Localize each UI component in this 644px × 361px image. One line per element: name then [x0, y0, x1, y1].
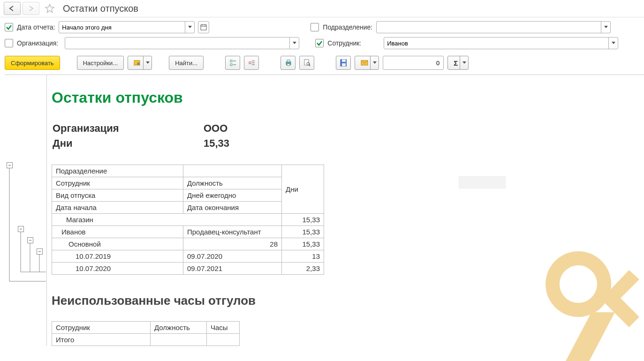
- employee-dropdown[interactable]: [608, 38, 618, 49]
- r1-days: 13: [282, 250, 324, 263]
- r2-end: 09.07.2021: [183, 263, 282, 275]
- chevron-down-icon: [462, 61, 466, 64]
- hdr-emp: Сотрудник: [52, 177, 183, 189]
- employee-combo[interactable]: [384, 37, 618, 49]
- sum-button[interactable]: Σ: [447, 56, 469, 70]
- chevron-down-icon: [612, 42, 615, 45]
- r1-start: 10.07.2019: [52, 250, 183, 263]
- svg-rect-10: [249, 62, 251, 64]
- print-button[interactable]: [280, 56, 295, 70]
- l3-days: 15,33: [282, 238, 324, 250]
- variants-dropdown[interactable]: [143, 56, 152, 69]
- organization-input[interactable]: [65, 40, 289, 47]
- report-date-checkbox[interactable]: [5, 23, 13, 31]
- summary-org-value: ООО: [204, 121, 229, 135]
- l1-days: 15,33: [282, 214, 324, 226]
- t2-total: Итого: [52, 334, 151, 346]
- settings-button[interactable]: Настройки...: [77, 56, 124, 70]
- report-title: Остатки отпусков: [52, 89, 644, 106]
- collapse-tree-icon: [248, 59, 255, 67]
- favorite-button[interactable]: [43, 2, 56, 15]
- organization-checkbox[interactable]: [5, 39, 13, 47]
- l3-yearly: 28: [183, 238, 282, 250]
- preview-button[interactable]: [299, 56, 314, 70]
- nav-forward-button[interactable]: [23, 2, 39, 15]
- department-dropdown[interactable]: [601, 22, 610, 33]
- find-label: Найти...: [175, 60, 197, 67]
- printer-icon: [285, 59, 291, 67]
- employee-checkbox[interactable]: [315, 39, 324, 47]
- table-row: Иванов Продавец-консультант 15,33: [52, 226, 324, 238]
- expand-all-button[interactable]: [225, 56, 240, 70]
- l1-dept: Магазин: [52, 214, 282, 226]
- check-icon: [6, 24, 12, 30]
- collapse-all-button[interactable]: [244, 56, 259, 70]
- summary-days-value: 15,33: [204, 136, 229, 150]
- report-date-dropdown[interactable]: [185, 22, 194, 33]
- summary-org-label: Организация: [53, 121, 203, 135]
- chevron-down-icon: [146, 61, 150, 64]
- t2-hdr-pos: Должность: [151, 322, 207, 334]
- send-button[interactable]: [355, 56, 379, 70]
- mail-icon: [361, 60, 368, 66]
- department-label: Подразделение:: [323, 23, 372, 31]
- svg-rect-15: [287, 60, 290, 62]
- variants-button[interactable]: [128, 56, 152, 70]
- svg-point-5: [137, 62, 140, 65]
- hdr-yearly: Дней ежегодно: [183, 189, 282, 202]
- r2-days: 2,33: [282, 263, 324, 275]
- sum-dropdown[interactable]: [460, 56, 468, 69]
- nav-back-button[interactable]: [4, 2, 21, 15]
- vacation-table: Подразделение Дни Сотрудник Должность Ви…: [52, 165, 324, 275]
- summary-days-label: Дни: [53, 136, 203, 150]
- svg-rect-16: [287, 64, 290, 66]
- summary-table: Организация ООО Дни 15,33: [52, 120, 230, 151]
- organization-label: Организация:: [17, 39, 58, 47]
- r1-end: 09.07.2020: [183, 250, 282, 263]
- svg-line-19: [309, 65, 310, 66]
- department-combo[interactable]: [376, 21, 611, 33]
- send-dropdown[interactable]: [370, 56, 379, 69]
- calendar-button[interactable]: [198, 21, 209, 33]
- t2-empty2: [207, 334, 240, 346]
- report-date-combo[interactable]: [59, 21, 195, 33]
- generate-label: Сформировать: [11, 60, 54, 67]
- section2-title: Неиспользованные часы отгулов: [52, 293, 644, 308]
- table-row: Магазин 15,33: [52, 214, 324, 226]
- report-date-input[interactable]: [59, 24, 185, 31]
- table-row: Итого: [52, 334, 240, 346]
- table-row: Сотрудник Должность Часы: [52, 322, 240, 334]
- find-button[interactable]: Найти...: [169, 56, 204, 70]
- department-input[interactable]: [377, 24, 601, 31]
- generate-button[interactable]: Сформировать: [5, 56, 60, 70]
- hdr-pos: Должность: [183, 177, 282, 189]
- calendar-icon: [200, 24, 207, 30]
- chevron-down-icon: [293, 42, 296, 45]
- floppy-icon: [340, 59, 347, 67]
- number-input[interactable]: [383, 56, 444, 70]
- save-button[interactable]: [336, 56, 351, 70]
- gray-blob: [459, 176, 506, 188]
- employee-label: Сотрудник:: [327, 39, 361, 47]
- l3-type: Основной: [52, 238, 183, 250]
- arrow-right-icon: [27, 6, 35, 11]
- l2-emp: Иванов: [52, 226, 183, 238]
- svg-rect-6: [230, 60, 232, 62]
- report-date-label: Дата отчета:: [17, 23, 55, 31]
- sigma-icon: Σ: [454, 59, 458, 67]
- organization-dropdown[interactable]: [289, 38, 299, 49]
- svg-rect-21: [342, 60, 346, 62]
- organization-combo[interactable]: [65, 37, 299, 49]
- hdr-start: Дата начала: [52, 202, 183, 214]
- l2-days: 15,33: [282, 226, 324, 238]
- arrow-left-icon: [8, 6, 16, 11]
- settings-label: Настройки...: [83, 60, 118, 67]
- hdr-type: Вид отпуска: [52, 189, 183, 202]
- svg-rect-22: [342, 63, 346, 66]
- employee-input[interactable]: [384, 40, 608, 47]
- hdr-dept: Подразделение: [52, 165, 183, 177]
- t2-hdr-emp: Сотрудник: [52, 322, 151, 334]
- department-checkbox[interactable]: [311, 23, 319, 31]
- hours-table: Сотрудник Должность Часы Итого: [52, 321, 240, 346]
- table-row: Подразделение Дни: [52, 165, 324, 177]
